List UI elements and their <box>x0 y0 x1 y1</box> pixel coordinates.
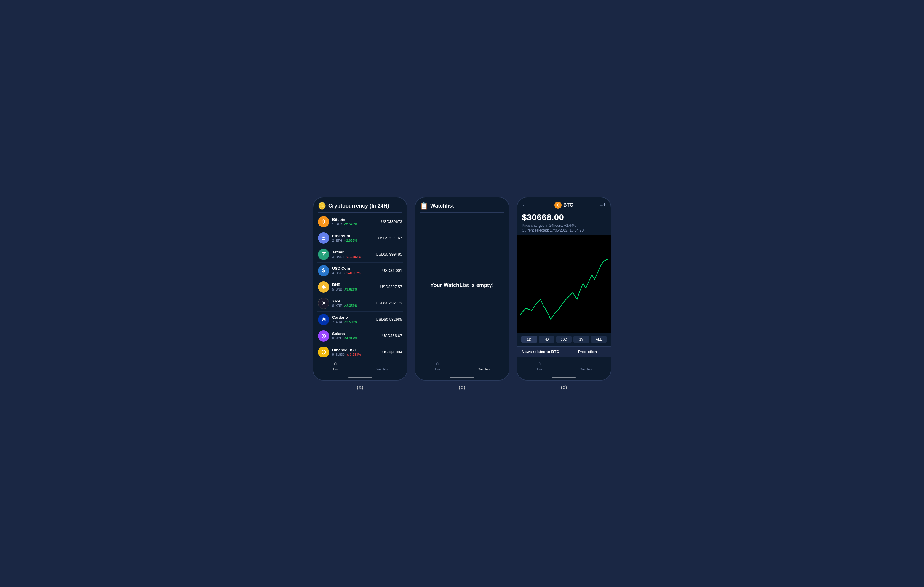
coin-symbol-ada: ADA <box>335 320 342 324</box>
price-chart <box>517 235 611 332</box>
header-divider-b <box>420 212 504 213</box>
coin-logo-bnb: ◈ <box>318 281 329 293</box>
nav-home-a[interactable]: ⌂ Home <box>332 360 340 371</box>
home-indicator-a <box>348 377 372 378</box>
coin-symbol-sol: SOL <box>335 336 342 340</box>
chart-area <box>517 235 611 332</box>
coin-name-busd: Binance USD <box>332 348 382 352</box>
phone-a-wrapper: 🪙 Cryptocurrency (In 24H) ₿ Bitcoin 1 BT… <box>313 197 408 390</box>
coin-logo-usdt: ₮ <box>318 249 329 260</box>
coin-symbol-usdt: USDT <box>335 255 344 258</box>
coin-logo-ada: ₳ <box>318 314 329 325</box>
phone-c: ← ₿ BTC ≡+ $30668.00 Price changed in 24… <box>516 197 611 381</box>
watchlist-label-c: Watchlist <box>581 368 592 371</box>
btc-logo-circle: ₿ <box>554 202 561 209</box>
label-a: (a) <box>357 384 363 390</box>
coin-info-usdt: Tether 3 USDT ↘-0.402% <box>332 250 376 259</box>
coin-change-btc: ↗2.578% <box>343 222 357 226</box>
bottom-tab-0[interactable]: News related to BTC <box>517 347 564 357</box>
back-button[interactable]: ← <box>522 202 528 208</box>
coin-rank-sym-ada: 7 ADA ↗2.509% <box>332 320 376 324</box>
menu-button[interactable]: ≡+ <box>600 202 606 208</box>
phone-b: 📋 Watchlist Your WatchList is empty! ⌂ H… <box>414 197 510 381</box>
coin-title-area: ₿ BTC <box>554 202 573 209</box>
coin-logo-busd: ⬡ <box>318 347 329 357</box>
coin-logo-sol: ◎ <box>318 330 329 342</box>
top-bar-c: ← ₿ BTC ≡+ <box>517 197 611 211</box>
coin-info-btc: Bitcoin 1 BTC ↗2.578% <box>332 217 381 226</box>
coin-symbol-bnb: BNB <box>335 288 342 291</box>
coin-price-busd: USD$1.004 <box>382 350 402 354</box>
home-icon-a: ⌂ <box>334 360 338 367</box>
coin-info-busd: Binance USD 9 BUSD ↘-0.288% <box>332 348 382 357</box>
coin-item-xrp[interactable]: ✕ XRP 6 XRP ↗2.353% USD$0.432773 <box>317 295 403 312</box>
coin-change-busd: ↘-0.288% <box>346 353 361 357</box>
phone-c-wrapper: ← ₿ BTC ≡+ $30668.00 Price changed in 24… <box>516 197 611 390</box>
coin-logo-eth: Ξ <box>318 232 329 244</box>
coin-item-btc[interactable]: ₿ Bitcoin 1 BTC ↗2.578% USD$30673 <box>317 214 403 230</box>
coin-rank-sol: 8 <box>332 336 334 340</box>
price-date-text: Current selected: 17/05/2022, 16:54:20 <box>522 228 606 232</box>
phone-a-header: 🪙 Cryptocurrency (In 24H) <box>313 197 407 212</box>
coin-rank-sym-busd: 9 BUSD ↘-0.288% <box>332 353 382 357</box>
time-btn-1d[interactable]: 1D <box>521 336 537 343</box>
nav-home-c[interactable]: ⌂ Home <box>536 360 543 371</box>
coin-info-sol: Solana 8 SOL ↗4.312% <box>332 331 382 341</box>
coin-item-sol[interactable]: ◎ Solana 8 SOL ↗4.312% USD$56.67 <box>317 328 403 344</box>
coin-name-usdc: USD Coin <box>332 266 382 271</box>
coin-rank-sym-usdt: 3 USDT ↘-0.402% <box>332 255 376 259</box>
coin-change-eth: ↗2.855% <box>343 239 357 243</box>
bottom-tabs-c: News related to BTCPrediction <box>517 346 611 357</box>
price-change-text: Price changed in 24hours: +2.64% <box>522 223 606 228</box>
coin-price-usdt: USD$0.999485 <box>376 252 402 256</box>
coin-info-eth: Ethereum 2 ETH ↗2.855% <box>332 234 378 243</box>
time-btn-7d[interactable]: 7D <box>539 336 554 343</box>
phone-b-title: Watchlist <box>430 203 454 209</box>
home-label-b: Home <box>434 368 442 371</box>
crypto-icon: 🪙 <box>318 202 326 210</box>
home-icon-b: ⌂ <box>436 360 439 367</box>
home-label-c: Home <box>536 368 543 371</box>
coin-symbol-busd: BUSD <box>335 353 345 356</box>
coin-change-usdc: ↘-0.302% <box>346 271 361 275</box>
bottom-nav-a: ⌂ Home ☰ Watchlist <box>313 357 407 376</box>
coin-logo-xrp: ✕ <box>318 298 329 309</box>
price-section: $30668.00 Price changed in 24hours: +2.6… <box>517 211 611 235</box>
header-divider <box>318 212 402 213</box>
nav-home-b[interactable]: ⌂ Home <box>434 360 442 371</box>
time-btn-1y[interactable]: 1Y <box>573 336 589 343</box>
watchlist-label-b: Watchlist <box>478 368 490 371</box>
bottom-tab-1[interactable]: Prediction <box>564 347 611 357</box>
coin-rank-usdc: 4 <box>332 271 334 275</box>
coin-logo-usdc: $ <box>318 265 329 276</box>
coin-info-ada: Cardano 7 ADA ↗2.509% <box>332 315 376 324</box>
time-btn-all[interactable]: ALL <box>591 336 607 343</box>
coin-price-sol: USD$56.67 <box>382 334 402 338</box>
bottom-nav-b: ⌂ Home ☰ Watchlist <box>415 357 509 376</box>
coin-symbol-btc: BTC <box>335 222 342 226</box>
nav-watchlist-a[interactable]: ☰ Watchlist <box>377 360 388 371</box>
coin-name-btc: Bitcoin <box>332 217 381 222</box>
nav-watchlist-b[interactable]: ☰ Watchlist <box>478 360 490 371</box>
coin-rank-xrp: 6 <box>332 304 334 308</box>
nav-watchlist-c[interactable]: ☰ Watchlist <box>581 360 592 371</box>
coin-item-usdc[interactable]: $ USD Coin 4 USDC ↘-0.302% USD$1.001 <box>317 263 403 279</box>
home-label-a: Home <box>332 368 340 371</box>
time-btn-30d[interactable]: 30D <box>556 336 572 343</box>
coin-item-ada[interactable]: ₳ Cardano 7 ADA ↗2.509% USD$0.582985 <box>317 312 403 328</box>
coin-name-usdt: Tether <box>332 250 376 255</box>
empty-message: Your WatchList is empty! <box>430 282 494 288</box>
label-b: (b) <box>459 384 465 390</box>
coin-change-sol: ↗4.312% <box>343 336 357 341</box>
coin-item-eth[interactable]: Ξ Ethereum 2 ETH ↗2.855% USD$2091.67 <box>317 230 403 246</box>
coin-rank-eth: 2 <box>332 239 334 242</box>
coin-item-usdt[interactable]: ₮ Tether 3 USDT ↘-0.402% USD$0.999485 <box>317 246 403 263</box>
screenshots-container: 🪙 Cryptocurrency (In 24H) ₿ Bitcoin 1 BT… <box>313 197 611 390</box>
coin-name-eth: Ethereum <box>332 234 378 238</box>
coin-rank-usdt: 3 <box>332 255 334 258</box>
coin-item-bnb[interactable]: ◈ BNB 5 BNB ↗3.626% USD$307.57 <box>317 279 403 295</box>
coin-rank-busd: 9 <box>332 353 334 356</box>
coin-name-xrp: XRP <box>332 299 376 303</box>
coin-item-busd[interactable]: ⬡ Binance USD 9 BUSD ↘-0.288% USD$1.004 <box>317 344 403 357</box>
home-icon-c: ⌂ <box>538 360 541 367</box>
